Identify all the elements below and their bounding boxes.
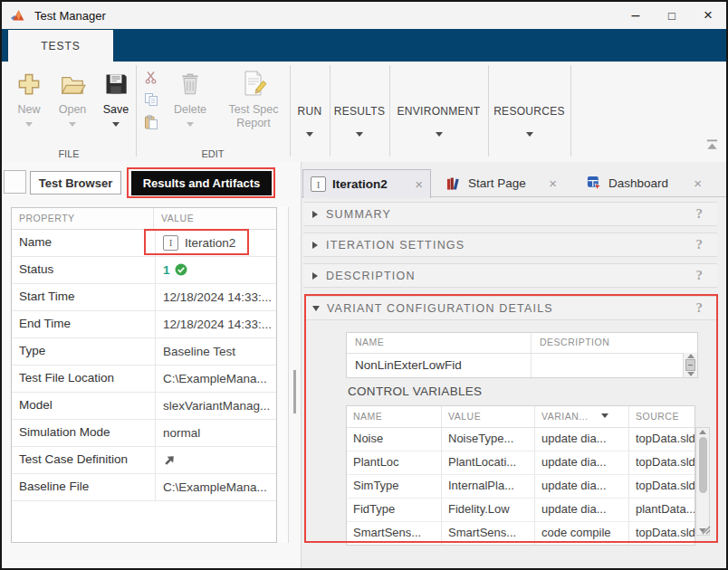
copy-icon[interactable] bbox=[143, 91, 159, 108]
table-row[interactable]: End Time 12/18/2024 14:33:... bbox=[12, 311, 276, 338]
sort-caret-icon[interactable] bbox=[601, 413, 608, 418]
close-tab-icon[interactable]: × bbox=[415, 177, 423, 191]
scroll-up-icon[interactable] bbox=[699, 430, 706, 434]
doc-tab-dashboard[interactable]: Dashboard × bbox=[580, 169, 709, 197]
close-tab-icon[interactable]: × bbox=[549, 176, 557, 190]
property-table: PROPERTY VALUE Name I Iteration2 Status … bbox=[11, 207, 277, 543]
property-model: Model bbox=[12, 393, 155, 419]
table-row[interactable]: NonLinExterLowFid bbox=[347, 354, 697, 377]
table-row[interactable]: Name I Iteration2 bbox=[12, 230, 276, 257]
iteration-icon: I bbox=[311, 176, 326, 192]
value-status: 1 bbox=[155, 257, 276, 283]
delete-trash-icon bbox=[178, 69, 202, 100]
config-name-value: NonLinExterLowFid bbox=[347, 354, 531, 377]
delete-label: Delete bbox=[174, 103, 206, 116]
value-column-header: VALUE bbox=[153, 208, 276, 229]
cut-icon[interactable] bbox=[143, 69, 159, 85]
section-iteration-settings[interactable]: ITERATION SETTINGS ? bbox=[303, 233, 717, 257]
scrollbar-thumb[interactable] bbox=[685, 359, 695, 371]
panel-splitter-handle[interactable] bbox=[293, 370, 296, 413]
table-row[interactable]: Model slexVariantManag... bbox=[12, 393, 276, 420]
table-row[interactable]: Baseline File C:\ExampleMana... bbox=[12, 474, 276, 501]
help-icon[interactable]: ? bbox=[696, 237, 704, 252]
run-dropdown-caret-icon bbox=[306, 132, 313, 137]
table-row[interactable]: Test File Location C:\ExampleMana... bbox=[12, 366, 276, 393]
cv-value-header[interactable]: VALUE bbox=[441, 406, 534, 427]
run-group-button[interactable]: RUN bbox=[290, 62, 330, 162]
report-document-icon bbox=[240, 69, 267, 100]
scrollbar-thumb[interactable] bbox=[699, 437, 707, 493]
run-label: RUN bbox=[298, 105, 322, 118]
scroll-up-icon[interactable] bbox=[687, 354, 694, 358]
goto-arrow-icon[interactable] bbox=[163, 453, 177, 467]
doc-tab-iteration2[interactable]: I Iteration2 × bbox=[302, 169, 431, 198]
tab-test-browser[interactable]: Test Browser bbox=[30, 171, 121, 195]
help-icon[interactable]: ? bbox=[696, 268, 704, 283]
table-row[interactable]: Noise NoiseType... update dia... topData… bbox=[347, 428, 694, 451]
property-end-time: End Time bbox=[12, 311, 155, 337]
tab-results-and-artifacts[interactable]: Results and Artifacts bbox=[131, 171, 272, 195]
left-panel: Test Browser Results and Artifacts PROPE… bbox=[2, 162, 302, 568]
table-row[interactable]: FidType Fidelity.Low update dia... plant… bbox=[347, 499, 694, 522]
property-start-time: Start Time bbox=[12, 284, 155, 310]
maximize-button[interactable]: □ bbox=[654, 2, 690, 29]
config-name-header: NAME bbox=[347, 333, 531, 353]
resources-group-button[interactable]: RESOURCES bbox=[488, 62, 570, 162]
panel-tab-stub[interactable] bbox=[4, 170, 26, 194]
cv-name-header[interactable]: NAME bbox=[347, 406, 441, 427]
value-test-case-definition bbox=[155, 447, 276, 473]
cv-source-header[interactable]: SOURCE bbox=[628, 406, 694, 427]
table-row[interactable]: PlantLoc PlantLocati... update dia... to… bbox=[347, 451, 694, 475]
test-file-location-value: C:\ExampleMana... bbox=[163, 371, 267, 386]
doc-tab-start-page[interactable]: Start Page × bbox=[439, 169, 564, 197]
table-row[interactable]: SimType InternalPla... update dia... top… bbox=[347, 475, 694, 499]
minimize-button[interactable]: – bbox=[618, 2, 654, 29]
table-row[interactable]: Test Case Definition bbox=[12, 447, 276, 474]
simulation-mode-value: normal bbox=[163, 425, 200, 441]
toolbar-separator bbox=[570, 65, 571, 157]
section-label: ITERATION SETTINGS bbox=[326, 239, 465, 252]
right-panel: I Iteration2 × Start Page × Dashboard bbox=[302, 162, 726, 568]
section-summary[interactable]: SUMMARY ? bbox=[303, 202, 717, 226]
results-group-button[interactable]: RESULTS bbox=[330, 62, 389, 162]
collapse-ribbon-icon[interactable] bbox=[704, 138, 719, 151]
delete-button[interactable]: Delete bbox=[167, 69, 214, 148]
document-tab-strip: I Iteration2 × Start Page × Dashboard bbox=[302, 169, 726, 197]
left-scrollbar-track[interactable] bbox=[277, 207, 289, 543]
section-variant-configuration-details[interactable]: VARIANT CONFIGURATION DETAILS ? bbox=[303, 296, 717, 320]
end-time-value: 12/18/2024 14:33:... bbox=[163, 317, 272, 332]
close-tab-icon[interactable]: × bbox=[694, 176, 702, 190]
cv-variant-header[interactable]: VARIAN... bbox=[534, 406, 628, 427]
test-manager-window: Test Manager – □ × TESTS New Open bbox=[0, 0, 728, 570]
doc-tab-label: Iteration2 bbox=[332, 177, 388, 191]
table-row[interactable]: Type Baseline Test bbox=[12, 338, 276, 366]
config-table-scrollbar[interactable] bbox=[683, 353, 697, 377]
open-button[interactable]: Open bbox=[53, 69, 92, 148]
config-table-header: NAME DESCRIPTION bbox=[347, 333, 697, 354]
variant-configuration-table: NAME DESCRIPTION NonLinExterLowFid bbox=[346, 332, 698, 378]
environment-label: ENVIRONMENT bbox=[398, 105, 481, 118]
table-row[interactable]: Start Time 12/18/2024 14:33:... bbox=[12, 284, 276, 311]
help-icon[interactable]: ? bbox=[696, 206, 704, 222]
table-row[interactable]: Status 1 bbox=[12, 257, 276, 284]
config-description-value bbox=[531, 354, 697, 377]
control-table-scrollbar[interactable] bbox=[695, 427, 710, 536]
resize-grip-icon[interactable] bbox=[700, 524, 711, 535]
save-button[interactable]: Save bbox=[96, 69, 136, 148]
save-floppy-icon bbox=[103, 69, 129, 100]
books-icon bbox=[446, 176, 462, 191]
section-description[interactable]: DESCRIPTION ? bbox=[303, 263, 717, 288]
paste-icon[interactable] bbox=[143, 114, 159, 130]
close-button[interactable]: × bbox=[690, 2, 726, 29]
new-button[interactable]: New bbox=[9, 69, 49, 148]
table-row[interactable]: Simulation Mode normal bbox=[12, 420, 276, 447]
matlab-logo-icon bbox=[10, 8, 27, 24]
environment-group-button[interactable]: ENVIRONMENT bbox=[389, 62, 488, 162]
test-spec-report-button[interactable]: Test Spec Report bbox=[219, 69, 288, 148]
delete-dropdown-caret-icon bbox=[187, 122, 194, 127]
tab-tests[interactable]: TESTS bbox=[7, 29, 114, 62]
edit-group-label: EDIT bbox=[136, 148, 290, 159]
table-row[interactable]: SmartSens... SmartSens... code compile t… bbox=[347, 522, 694, 545]
scroll-down-icon[interactable] bbox=[687, 372, 694, 376]
help-icon[interactable]: ? bbox=[696, 300, 704, 316]
